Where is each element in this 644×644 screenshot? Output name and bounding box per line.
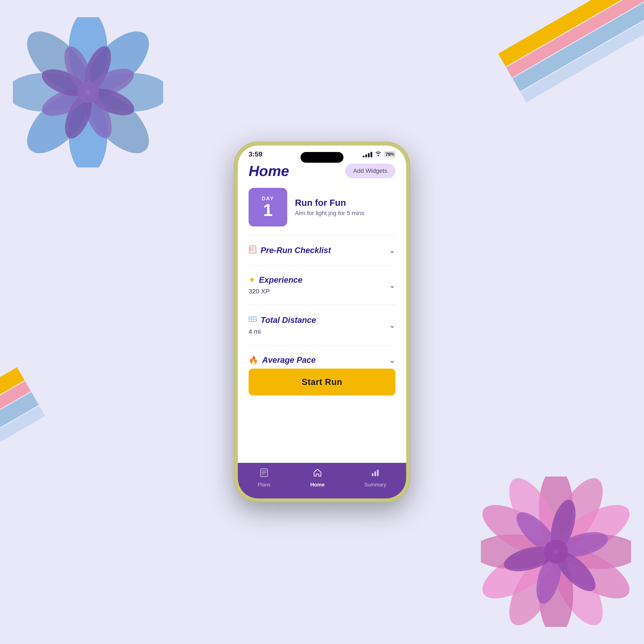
section-experience[interactable]: ✦ Experience 320 XP ⌄ (249, 268, 395, 303)
phone-screen: 3:59 (238, 146, 406, 498)
header: Home Add Widgets (249, 163, 395, 179)
activity-title: Run for Fun (295, 198, 365, 208)
status-time: 3:59 (249, 150, 262, 158)
decorative-flower-pink (481, 477, 631, 627)
nav-item-home[interactable]: Home (310, 468, 325, 488)
section-average-pace[interactable]: 🔥 Average Pace ⌄ (249, 348, 395, 366)
distance-icon (249, 315, 257, 325)
plans-label: Plans (258, 482, 270, 488)
svg-rect-51 (374, 471, 376, 476)
decorative-flower-blue (13, 17, 163, 167)
home-icon (313, 468, 322, 480)
nav-item-plans[interactable]: Plans (258, 468, 270, 488)
dynamic-island (301, 152, 343, 163)
day-number: 1 (263, 202, 273, 219)
phone-frame: 3:59 (234, 142, 410, 502)
activity-subtitle: Aim for light jog for 5 mins (295, 210, 365, 217)
chevron-experience[interactable]: ⌄ (389, 281, 395, 290)
summary-icon (371, 468, 380, 480)
start-run-button[interactable]: Start Run (249, 369, 395, 395)
home-label: Home (310, 482, 325, 488)
battery-icon: 78 % (384, 151, 396, 158)
divider-1 (249, 235, 395, 235)
svg-point-36 (378, 155, 379, 156)
svg-rect-52 (377, 470, 379, 476)
chevron-pre-run[interactable]: ⌄ (389, 246, 395, 255)
divider-2 (249, 265, 395, 266)
wifi-icon (375, 150, 382, 158)
content-area[interactable]: Home Add Widgets DAY 1 Run for Fun Aim f… (238, 160, 406, 463)
day-card: DAY 1 Run for Fun Aim for light jog for … (249, 188, 395, 226)
pace-icon: 🔥 (249, 356, 258, 365)
svg-rect-41 (249, 248, 251, 250)
experience-value: 320 XP (249, 288, 302, 295)
nav-item-summary[interactable]: Summary (364, 468, 386, 488)
total-distance-title: Total Distance (261, 316, 316, 325)
chevron-distance[interactable]: ⌄ (389, 321, 395, 330)
section-pre-run-checklist[interactable]: Pre-Run Checklist ⌄ (249, 238, 395, 263)
svg-point-16 (77, 82, 99, 103)
svg-point-35 (544, 540, 568, 563)
total-distance-value: 4 mi (249, 328, 316, 335)
divider-4 (249, 345, 395, 346)
status-icons: 78 % (363, 150, 396, 158)
chevron-pace[interactable]: ⌄ (389, 356, 395, 365)
plans-icon (259, 468, 269, 480)
day-info: Run for Fun Aim for light jog for 5 mins (295, 198, 365, 217)
divider-3 (249, 305, 395, 305)
pre-run-checklist-title: Pre-Run Checklist (261, 246, 331, 255)
signal-icon (363, 151, 372, 157)
section-total-distance[interactable]: Total Distance 4 mi ⌄ (249, 307, 395, 343)
checklist-icon (249, 245, 257, 255)
svg-rect-50 (372, 473, 374, 476)
add-widgets-button[interactable]: Add Widgets (345, 164, 395, 178)
day-badge: DAY 1 (249, 188, 287, 226)
summary-label: Summary (364, 482, 386, 488)
bottom-nav: Plans Home (238, 463, 406, 498)
average-pace-title: Average Pace (262, 355, 316, 365)
experience-title: Experience (259, 275, 302, 285)
experience-icon: ✦ (249, 276, 255, 285)
page-title: Home (249, 163, 289, 179)
